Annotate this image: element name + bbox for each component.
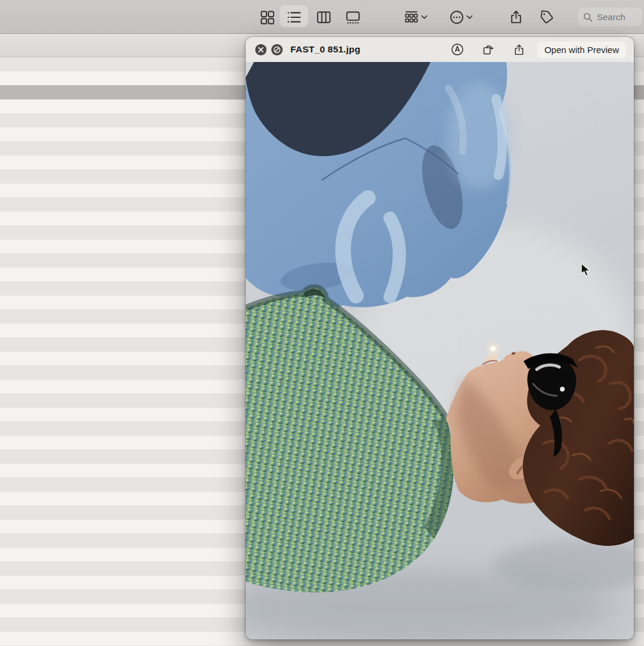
prohibit-button[interactable] xyxy=(271,44,283,55)
photo-preview xyxy=(246,62,634,639)
rotate-button[interactable] xyxy=(482,43,495,56)
finder-toolbar: Search xyxy=(0,0,644,34)
group-icon xyxy=(404,10,419,25)
gallery-view-button[interactable] xyxy=(340,0,366,34)
tag-button[interactable] xyxy=(533,0,559,34)
markup-icon xyxy=(451,43,464,56)
tag-icon xyxy=(539,10,554,24)
chevron-down-icon xyxy=(466,14,473,20)
search-icon xyxy=(583,12,593,23)
preview-filename: FAST_0 851.jpg xyxy=(290,44,360,55)
icon-view-icon xyxy=(259,10,275,25)
search-input[interactable]: Search xyxy=(578,8,642,26)
share-button[interactable] xyxy=(503,0,529,34)
open-with-preview-button[interactable]: Open with Preview xyxy=(537,41,627,58)
list-view-icon xyxy=(286,10,302,25)
mouse-cursor xyxy=(581,263,591,277)
prohibit-icon xyxy=(273,46,281,54)
close-button[interactable] xyxy=(255,44,267,55)
more-actions-button[interactable] xyxy=(442,0,479,34)
quicklook-titlebar: FAST_0 851.jpg xyxy=(246,37,634,62)
quicklook-window: FAST_0 851.jpg xyxy=(246,37,634,639)
share-icon xyxy=(513,44,525,56)
gallery-view-icon xyxy=(345,10,361,25)
ellipsis-circle-icon xyxy=(449,10,465,25)
markup-button[interactable] xyxy=(451,43,464,56)
column-view-button[interactable] xyxy=(311,0,337,34)
desktop-screenshot: Search xyxy=(0,0,644,646)
share-icon xyxy=(509,10,524,24)
chevron-down-icon xyxy=(420,14,428,20)
group-button[interactable] xyxy=(397,0,434,34)
cigarette-glow xyxy=(487,343,499,355)
search-placeholder: Search xyxy=(597,12,626,22)
share-button-quicklook[interactable] xyxy=(513,43,526,56)
photo-illustration xyxy=(246,62,634,639)
column-view-icon xyxy=(316,10,332,25)
icon-view-button[interactable] xyxy=(254,0,280,34)
list-view-button[interactable] xyxy=(281,0,307,34)
close-icon xyxy=(258,46,264,53)
rotate-icon xyxy=(482,43,495,56)
